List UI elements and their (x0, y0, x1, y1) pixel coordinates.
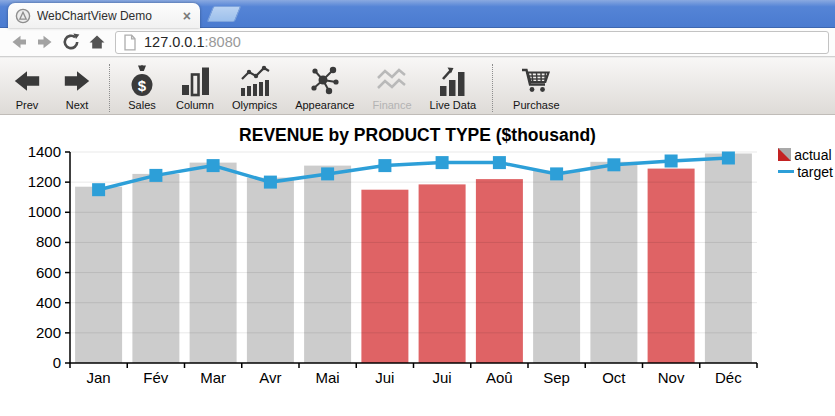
y-axis-label: 600 (36, 264, 61, 281)
x-axis-label: Nov (658, 369, 685, 386)
actual-bar[interactable] (361, 190, 408, 363)
money-bag-icon: $ (126, 62, 158, 99)
revenue-chart: 0200400600800100012001400JanFévMarAvrMai… (0, 119, 835, 416)
chart-title: REVENUE by PRODUCT TYPE ($thousand) (0, 125, 835, 146)
network-icon (308, 62, 342, 99)
toolbar-button-olympics[interactable]: Olympics (223, 61, 286, 111)
bars-arrow-icon (437, 62, 469, 99)
target-marker[interactable] (92, 183, 105, 196)
url-host: 127.0.0.1 (144, 34, 204, 50)
actual-bar[interactable] (304, 166, 351, 363)
legend-label: target (797, 164, 833, 180)
actual-bar[interactable] (648, 169, 695, 363)
y-axis-label: 400 (36, 294, 61, 311)
target-marker[interactable] (321, 167, 334, 180)
actual-bar[interactable] (419, 184, 466, 363)
url-text: 127.0.0.1:8080 (144, 34, 241, 50)
toolbar-button-appearance[interactable]: Appearance (286, 61, 363, 111)
reload-button[interactable] (58, 30, 84, 54)
home-icon (87, 32, 107, 52)
x-axis-label: Déc (715, 369, 742, 386)
target-marker[interactable] (493, 156, 506, 169)
toolbar-button-label: Finance (372, 99, 411, 111)
x-axis-label: Fév (143, 369, 169, 386)
target-marker[interactable] (436, 156, 449, 169)
reload-icon (61, 32, 81, 52)
toolbar-button-finance[interactable]: Finance (363, 61, 420, 111)
toolbar-button-prev[interactable]: Prev (2, 61, 52, 111)
target-marker[interactable] (264, 176, 277, 189)
y-axis-label: 1200 (28, 173, 61, 190)
bars-trend-icon (238, 62, 272, 99)
target-marker[interactable] (550, 167, 563, 180)
toolbar-separator (109, 64, 110, 112)
toolbar-button-purchase[interactable]: Purchase (504, 61, 568, 111)
x-axis-label: Sep (543, 369, 570, 386)
toolbar-button-label: Column (176, 99, 214, 111)
actual-bar[interactable] (533, 171, 580, 363)
favicon-icon (15, 8, 31, 24)
x-axis-label: Jui (433, 369, 452, 386)
home-button[interactable] (84, 30, 110, 54)
url-port: :8080 (204, 34, 240, 50)
x-axis-label: Oct (602, 369, 626, 386)
x-axis-label: Jan (87, 369, 111, 386)
toolbar-button-sales[interactable]: $ Sales (117, 61, 167, 111)
shopping-cart-icon (519, 62, 553, 99)
address-bar[interactable]: 127.0.0.1:8080 (115, 31, 829, 54)
actual-bar[interactable] (476, 179, 523, 363)
app-toolbar: Prev Next $ Sales Column (0, 57, 835, 115)
chart-section: 0200400600800100012001400JanFévMarAvrMai… (0, 119, 835, 416)
x-axis-label: Jui (375, 369, 394, 386)
prev-arrow-icon (11, 62, 43, 99)
toolbar-button-live-data[interactable]: Live Data (421, 61, 485, 111)
next-arrow-icon (61, 62, 93, 99)
x-axis-label: Aoû (486, 369, 513, 386)
y-axis-label: 200 (36, 324, 61, 341)
tab-close-icon[interactable]: × (181, 8, 193, 24)
forward-button[interactable] (32, 30, 58, 54)
target-marker[interactable] (207, 159, 220, 172)
y-axis-label: 1000 (28, 203, 61, 220)
zigzag-lines-icon (375, 62, 409, 99)
actual-bar[interactable] (132, 174, 179, 363)
actual-bar[interactable] (247, 178, 294, 363)
target-marker[interactable] (665, 155, 678, 168)
x-axis-label: Avr (259, 369, 281, 386)
target-marker[interactable] (378, 159, 391, 172)
target-marker[interactable] (722, 152, 735, 165)
chart-legend: actual target (778, 146, 833, 180)
y-axis-label: 800 (36, 233, 61, 250)
legend-target-swatch-icon (778, 170, 794, 173)
back-arrow-icon (9, 32, 29, 52)
x-axis-label: Mai (316, 369, 340, 386)
x-axis-label: Mar (200, 369, 226, 386)
back-button[interactable] (6, 30, 32, 54)
actual-bar[interactable] (705, 154, 752, 364)
target-marker[interactable] (607, 158, 620, 171)
toolbar-button-label: Purchase (513, 99, 559, 111)
legend-item-target[interactable]: target (778, 163, 833, 180)
svg-text:$: $ (138, 76, 147, 93)
y-axis-label: 0 (53, 354, 61, 371)
page-icon (123, 34, 137, 51)
legend-label: actual (794, 147, 831, 163)
actual-bar[interactable] (75, 187, 122, 363)
toolbar-separator (492, 64, 493, 112)
forward-arrow-icon (35, 32, 55, 52)
toolbar-button-label: Appearance (295, 99, 354, 111)
toolbar-button-label: Live Data (430, 99, 476, 111)
toolbar-button-next[interactable]: Next (52, 61, 102, 111)
tab-title: WebChartView Demo (37, 9, 181, 23)
toolbar-button-label: Olympics (232, 99, 277, 111)
new-tab-button[interactable] (207, 6, 241, 22)
toolbar-button-label: Sales (128, 99, 156, 111)
toolbar-button-column[interactable]: Column (167, 61, 223, 111)
browser-tab-strip: WebChartView Demo × (0, 0, 835, 28)
target-marker[interactable] (149, 169, 162, 182)
browser-tab[interactable]: WebChartView Demo × (8, 3, 200, 28)
browser-nav-bar: 127.0.0.1:8080 (0, 28, 835, 57)
legend-item-actual[interactable]: actual (778, 146, 833, 163)
toolbar-button-label: Next (66, 99, 89, 111)
legend-actual-swatch-icon (778, 148, 791, 161)
